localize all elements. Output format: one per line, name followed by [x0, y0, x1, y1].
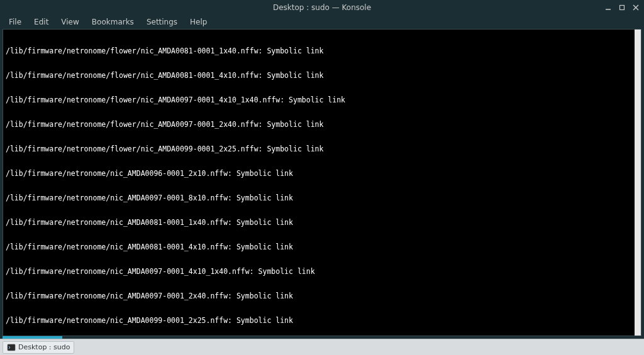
menubar: File Edit View Bookmarks Settings Help	[0, 15, 644, 29]
tab-indicator	[3, 336, 641, 339]
terminal-line: /lib/firmware/netronome/nic_AMDA0099-000…	[6, 317, 638, 325]
terminal-line: /lib/firmware/netronome/flower/nic_AMDA0…	[6, 145, 638, 153]
window-controls	[602, 0, 641, 15]
terminal-line: /lib/firmware/netronome/nic_AMDA0097-000…	[6, 292, 638, 300]
menu-edit[interactable]: Edit	[29, 16, 53, 28]
terminal-line: /lib/firmware/netronome/nic_AMDA0081-000…	[6, 243, 638, 251]
menu-view[interactable]: View	[56, 16, 84, 28]
maximize-button[interactable]	[616, 2, 628, 13]
terminal-output[interactable]: /lib/firmware/netronome/flower/nic_AMDA0…	[6, 31, 638, 334]
tab-indicator-thumb	[3, 336, 62, 339]
svg-rect-1	[620, 6, 625, 10]
terminal-line: /lib/firmware/netronome/flower/nic_AMDA0…	[6, 96, 638, 104]
menu-bookmarks[interactable]: Bookmarks	[87, 16, 139, 28]
terminal-line: /lib/firmware/netronome/nic_AMDA0097-000…	[6, 194, 638, 202]
terminal-line: /lib/firmware/netronome/flower/nic_AMDA0…	[6, 47, 638, 55]
taskbar-item-konsole[interactable]: Desktop : sudo	[3, 341, 74, 354]
close-button[interactable]	[630, 2, 641, 13]
terminal-line: /lib/firmware/netronome/nic_AMDA0096-000…	[6, 170, 638, 178]
window-title: Desktop : sudo — Konsole	[273, 3, 371, 12]
svg-rect-4	[8, 344, 15, 351]
taskbar-item-label: Desktop : sudo	[18, 343, 70, 351]
terminal-line: /lib/firmware/netronome/nic_AMDA0097-000…	[6, 268, 638, 276]
minimize-button[interactable]	[602, 2, 614, 13]
titlebar: Desktop : sudo — Konsole	[0, 0, 644, 15]
terminal-frame: /lib/firmware/netronome/flower/nic_AMDA0…	[3, 29, 641, 336]
terminal-line: /lib/firmware/netronome/flower/nic_AMDA0…	[6, 72, 638, 80]
terminal-line: /lib/firmware/netronome/flower/nic_AMDA0…	[6, 121, 638, 129]
menu-help[interactable]: Help	[185, 16, 212, 28]
terminal-line: /lib/firmware/netronome/nic_AMDA0081-000…	[6, 219, 638, 227]
terminal-icon	[7, 343, 16, 352]
menu-file[interactable]: File	[4, 16, 26, 28]
terminal-scrollbar[interactable]	[635, 30, 641, 336]
menu-settings[interactable]: Settings	[142, 16, 182, 28]
taskbar: Desktop : sudo	[0, 339, 644, 355]
